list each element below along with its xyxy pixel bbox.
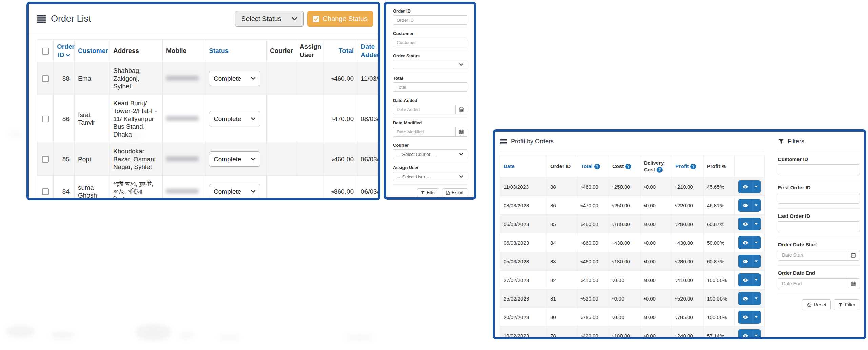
- cell-order-id: 86: [547, 196, 577, 215]
- select-status-dropdown[interactable]: Select Status: [235, 11, 304, 27]
- cell-cost: ৳180.00: [609, 327, 640, 340]
- cell-profit-pct: 45.65%: [704, 178, 735, 196]
- order-row-88: 88EmaShahbag, Zakigonj, Sylhet.Complete৳…: [37, 62, 381, 95]
- filter-button[interactable]: Filter: [834, 299, 860, 310]
- cell-actions: [735, 233, 765, 252]
- view-order-button[interactable]: [738, 292, 752, 305]
- status-select[interactable]: Complete: [209, 151, 260, 167]
- row-checkbox[interactable]: [42, 188, 49, 195]
- more-actions-button[interactable]: [752, 236, 761, 249]
- calendar-button[interactable]: [847, 250, 860, 261]
- cell-courier: [267, 62, 296, 95]
- order-filter-order-id-input[interactable]: [393, 15, 467, 25]
- cell-cost: ৳0.00: [609, 271, 640, 289]
- filters-order-date-start-input[interactable]: [778, 250, 847, 261]
- help-icon[interactable]: ?: [690, 164, 696, 169]
- status-select[interactable]: Complete: [209, 111, 260, 126]
- order-row-84: 84suma Ghoshপল্লবী আ/এ, ব্লক-বি, ৪৫/২, প…: [37, 175, 381, 200]
- order-filter-assign-user-select[interactable]: --- Select User ---: [393, 172, 467, 181]
- column-header-cost: Cost?: [609, 155, 640, 178]
- order-filter-assign-user-group: Assign User--- Select User ---: [393, 165, 467, 181]
- smudge: [180, 333, 194, 339]
- select-all-checkbox[interactable]: [42, 48, 49, 55]
- cell-total: ৳410.00: [577, 271, 609, 289]
- row-checkbox[interactable]: [42, 75, 49, 82]
- help-icon[interactable]: ?: [625, 164, 631, 169]
- row-checkbox[interactable]: [42, 116, 49, 122]
- profit-row-85: 06/03/202385৳460.00৳180.00৳0.00৳280.0060…: [500, 215, 765, 233]
- order-filter-assign-user-label: Assign User: [393, 165, 467, 170]
- filters-last-order-id-input[interactable]: [778, 221, 860, 232]
- view-order-button[interactable]: [738, 180, 752, 193]
- reset-button[interactable]: Reset: [802, 299, 831, 310]
- cell-actions: [735, 327, 765, 340]
- view-order-button[interactable]: [738, 218, 752, 230]
- eye-icon: [742, 203, 748, 208]
- calendar-button[interactable]: [456, 127, 467, 137]
- order-filter-date-added-input[interactable]: [393, 105, 456, 114]
- cell-profit-pct: 50.00%: [704, 233, 735, 252]
- more-actions-button[interactable]: [752, 199, 761, 212]
- order-filter-customer-input[interactable]: [393, 38, 467, 47]
- view-order-button[interactable]: [738, 273, 752, 286]
- row-checkbox[interactable]: [42, 156, 49, 163]
- filter-button[interactable]: Filter: [417, 188, 440, 197]
- help-icon[interactable]: ?: [594, 164, 600, 169]
- view-order-button[interactable]: [738, 255, 752, 268]
- order-filter-date-modified-input[interactable]: [393, 127, 456, 137]
- row-action-split-button: [738, 311, 761, 324]
- cell-date: 25/02/2023: [500, 289, 547, 308]
- view-order-button[interactable]: [738, 199, 752, 212]
- order-list-header-row: Order IDCustomerAddressMobileStatusCouri…: [37, 40, 381, 62]
- column-header-order_id[interactable]: Order ID: [54, 40, 75, 62]
- select-status-label: Select Status: [241, 15, 281, 23]
- column-header-profit[interactable]: Profit?: [672, 155, 704, 178]
- filters-order-date-end-input[interactable]: [778, 278, 847, 289]
- order-row-86: 86Israt TanvirKeari Buruj/ Tower-2/Flat-…: [37, 95, 381, 143]
- change-status-button[interactable]: Change Status: [307, 11, 373, 27]
- svg-text:x: x: [447, 192, 448, 194]
- status-select[interactable]: Complete: [209, 71, 260, 86]
- profit-row-83: 05/03/202383৳460.00৳180.00৳0.00৳280.0060…: [500, 252, 765, 271]
- view-order-button[interactable]: [738, 329, 752, 339]
- order-list-header: Order List Select Status Change Status: [29, 4, 378, 33]
- smudge: [51, 331, 75, 339]
- row-action-split-button: [738, 199, 761, 212]
- cell-status: Complete: [205, 95, 267, 143]
- cell-actions: [735, 289, 765, 308]
- filters-first-order-id-input[interactable]: [778, 193, 860, 204]
- more-actions-button[interactable]: [752, 292, 761, 305]
- cell-mobile: [163, 143, 205, 175]
- column-header-total[interactable]: Total?: [577, 155, 609, 178]
- column-header-date[interactable]: Date: [500, 155, 547, 178]
- more-actions-button[interactable]: [752, 329, 761, 339]
- cell-profit-pct: 60.87%: [704, 252, 735, 271]
- cell-profit: ৳210.00: [672, 178, 704, 196]
- cell-actions: [735, 252, 765, 271]
- view-order-button[interactable]: [738, 236, 752, 249]
- more-actions-button[interactable]: [752, 273, 761, 286]
- calendar-button[interactable]: [456, 105, 467, 114]
- more-actions-button[interactable]: [752, 180, 761, 193]
- cell-cost: ৳0.00: [609, 308, 640, 327]
- row-action-split-button: [738, 329, 761, 339]
- file-export-icon: x: [446, 191, 450, 195]
- order-filter-total-input[interactable]: [393, 82, 467, 92]
- divider: [778, 208, 860, 209]
- more-actions-button[interactable]: [752, 311, 761, 324]
- calendar-button[interactable]: [847, 278, 860, 289]
- view-order-button[interactable]: [738, 311, 752, 324]
- more-actions-button[interactable]: [752, 218, 761, 230]
- cell-order-id: 84: [54, 175, 75, 200]
- eye-icon: [742, 241, 748, 245]
- funnel-icon: [778, 139, 784, 144]
- filters-customer-id-input[interactable]: [778, 164, 860, 175]
- export-button[interactable]: x Export: [442, 188, 467, 197]
- order-filter-order-status-select[interactable]: [393, 60, 467, 69]
- mobile-number-redacted: [166, 116, 199, 121]
- help-icon[interactable]: ?: [657, 167, 663, 173]
- order-filter-courier-select[interactable]: --- Select Courier ---: [393, 149, 467, 159]
- status-select[interactable]: Complete: [209, 184, 260, 199]
- profit-table-header-row: DateOrder IDTotal?Cost?Delivery Cost?Pro…: [500, 155, 765, 178]
- more-actions-button[interactable]: [752, 255, 761, 268]
